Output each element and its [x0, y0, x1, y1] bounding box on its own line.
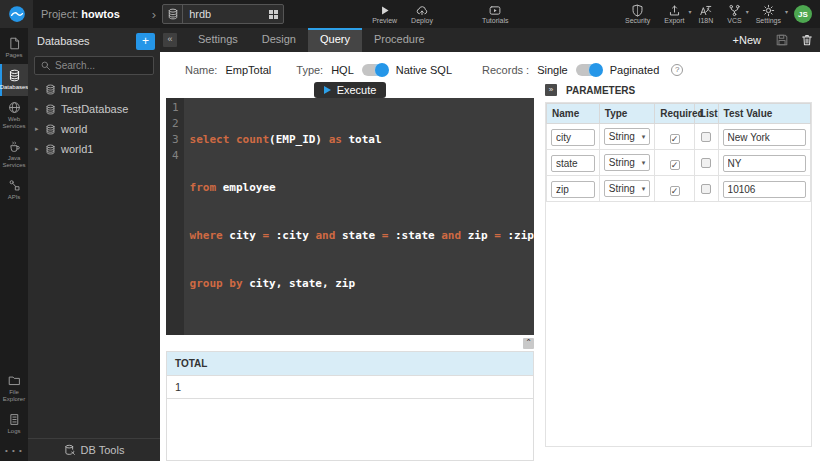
tree-chevron-icon[interactable]: ▸: [35, 125, 45, 133]
app-window: Project: howtos › hrdb Preview Deploy Tu…: [0, 0, 820, 461]
db-tree-item-testdatabase[interactable]: ▸ TestDatabase: [28, 99, 160, 119]
settings-button[interactable]: ▾ Settings: [756, 4, 781, 25]
editor-code[interactable]: select count(EMP_ID) as total from emplo…: [184, 98, 534, 335]
rail-item-pages[interactable]: Pages: [0, 32, 28, 64]
i18n-button[interactable]: I18N: [699, 4, 714, 25]
param-name-input[interactable]: [551, 181, 595, 198]
shield-icon: [631, 4, 644, 17]
main-area: « Settings Design Query Procedure +New: [160, 28, 820, 461]
db-tree-item-world1[interactable]: ▸ world1: [28, 139, 160, 159]
rail-label: Logs: [7, 428, 20, 435]
chevron-down-icon: ▾: [688, 8, 691, 16]
param-required-checkbox[interactable]: ✓: [670, 134, 680, 144]
breadcrumb-chevron-icon: ›: [152, 7, 156, 22]
translate-icon: [699, 4, 712, 17]
tab-design[interactable]: Design: [250, 28, 308, 52]
rail-item-java-services[interactable]: Java Services: [0, 135, 28, 174]
save-icon: [775, 33, 789, 47]
db-tools-button[interactable]: DB Tools: [28, 438, 160, 461]
export-button[interactable]: ▾ Export: [664, 4, 684, 25]
param-type-select[interactable]: String▾: [604, 128, 650, 145]
type-label: Type:: [296, 64, 323, 76]
deploy-button[interactable]: Deploy: [411, 4, 433, 25]
new-query-button[interactable]: +New: [733, 34, 761, 46]
parameter-row: String▾ ✓: [547, 176, 811, 202]
param-name-input[interactable]: [551, 129, 595, 146]
preview-button[interactable]: Preview: [372, 4, 397, 25]
query-name-value[interactable]: EmpTotal: [225, 64, 271, 76]
databases-panel-title: Databases: [37, 35, 136, 47]
database-icon: [8, 69, 21, 82]
help-icon[interactable]: ?: [671, 64, 683, 76]
database-search[interactable]: [34, 56, 154, 75]
col-header-required: Required: [655, 104, 695, 124]
toggle-knob: [589, 63, 603, 77]
param-list-checkbox[interactable]: [701, 184, 711, 194]
sql-code-editor[interactable]: 1 2 3 4 select count(EMP_ID) as total fr…: [166, 98, 534, 335]
top-bar: Project: howtos › hrdb Preview Deploy Tu…: [0, 0, 820, 28]
param-required-checkbox[interactable]: ✓: [670, 160, 680, 170]
user-avatar[interactable]: JS: [794, 5, 812, 23]
type-toggle[interactable]: [362, 64, 388, 76]
param-test-value-input[interactable]: [723, 181, 806, 198]
vcs-button[interactable]: ▾ VCS: [727, 4, 741, 25]
db-tree-item-world[interactable]: ▸ world: [28, 119, 160, 139]
save-button[interactable]: [775, 33, 789, 47]
rail-item-databases[interactable]: Databases: [0, 64, 28, 96]
security-button[interactable]: Security: [625, 4, 650, 25]
rail-label: Java Services: [1, 155, 27, 169]
rail-item-file-explorer[interactable]: File Explorer: [0, 369, 28, 408]
vcs-label: VCS: [727, 17, 741, 25]
globe-icon: [8, 101, 21, 114]
parameters-title: PARAMETERS: [566, 85, 635, 96]
security-label: Security: [625, 17, 650, 25]
branch-icon: [728, 4, 741, 17]
left-rail: Pages Databases Web Services Java Servic…: [0, 28, 28, 461]
param-type-select[interactable]: String▾: [604, 180, 650, 197]
tree-chevron-icon[interactable]: ▸: [35, 105, 45, 113]
param-test-value-input[interactable]: [723, 155, 806, 172]
execute-button[interactable]: Execute: [314, 82, 387, 98]
name-label: Name:: [185, 64, 217, 76]
i18n-label: I18N: [699, 17, 714, 25]
more-options-icon[interactable]: • • •: [0, 440, 28, 461]
wavemaker-logo-icon: [8, 5, 26, 23]
tutorials-button[interactable]: Tutorials: [482, 4, 509, 25]
param-name-input[interactable]: [551, 155, 595, 172]
param-type-select[interactable]: String▾: [604, 154, 650, 171]
parameters-table: Name Type Required List Test Value: [546, 103, 811, 202]
tab-settings[interactable]: Settings: [186, 28, 250, 52]
grid-view-icon[interactable]: [269, 10, 278, 19]
rail-item-web-services[interactable]: Web Services: [0, 96, 28, 135]
tree-chevron-icon[interactable]: ▸: [35, 85, 45, 93]
records-toggle[interactable]: [576, 64, 602, 76]
parameter-row: String▾ ✓: [547, 150, 811, 176]
database-search-input[interactable]: [55, 60, 148, 71]
tab-query[interactable]: Query: [308, 28, 362, 52]
tutorials-video-icon: [488, 4, 502, 17]
col-header-type: Type: [599, 104, 654, 124]
query-editor-pane: Name: EmpTotal Type: HQL Native SQL Reco…: [160, 52, 820, 461]
rail-label: Web Services: [1, 116, 27, 130]
param-list-checkbox[interactable]: [701, 132, 711, 142]
param-required-checkbox[interactable]: ✓: [670, 186, 680, 196]
collapse-results-icon[interactable]: ⌃: [523, 338, 534, 349]
param-list-checkbox[interactable]: [701, 158, 711, 168]
trash-icon: [800, 33, 814, 47]
db-tree-item-hrdb[interactable]: ▸ hrdb: [28, 79, 160, 99]
collapse-panel-icon[interactable]: «: [163, 33, 177, 47]
rail-item-logs[interactable]: Logs: [0, 408, 28, 440]
expand-parameters-icon[interactable]: »: [545, 84, 557, 96]
records-on-label: Paginated: [610, 64, 660, 76]
databases-panel: Databases + ▸ hrdb ▸ TestDatabase ▸ worl…: [28, 28, 160, 461]
folder-icon: [8, 374, 21, 387]
tab-procedure[interactable]: Procedure: [362, 28, 437, 52]
database-selector[interactable]: hrdb: [162, 4, 284, 24]
tree-chevron-icon[interactable]: ▸: [35, 145, 45, 153]
app-logo[interactable]: [0, 0, 33, 28]
add-database-button[interactable]: +: [136, 33, 155, 50]
project-breadcrumb: Project: howtos: [41, 8, 120, 20]
delete-button[interactable]: [800, 33, 814, 47]
rail-item-apis[interactable]: APIs: [0, 174, 28, 206]
param-test-value-input[interactable]: [723, 129, 806, 146]
